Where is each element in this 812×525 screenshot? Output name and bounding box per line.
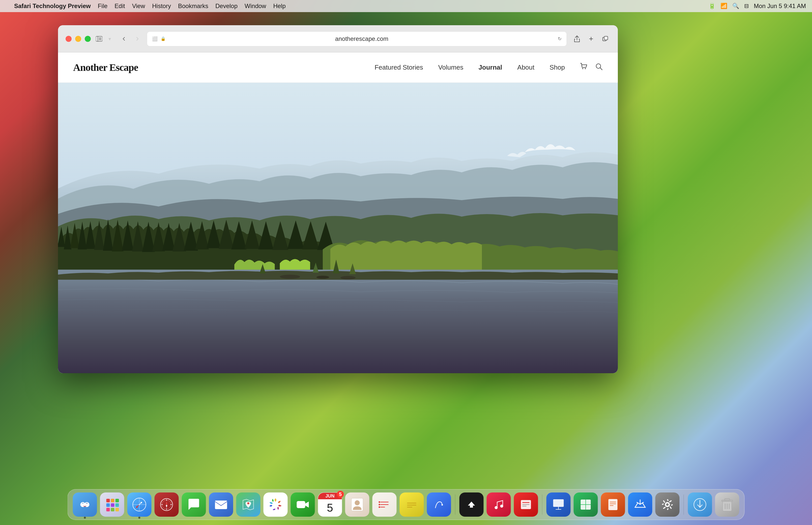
- menu-bar-help[interactable]: Help: [273, 2, 285, 10]
- spotlight-icon[interactable]: 🔍: [732, 3, 739, 9]
- menu-bar-app-name[interactable]: Safari Technology Preview: [14, 2, 91, 10]
- dock-freeform[interactable]: [427, 493, 451, 517]
- close-button[interactable]: [65, 36, 72, 42]
- svg-rect-6: [604, 36, 608, 40]
- svg-rect-26: [115, 508, 119, 511]
- dock-appstore[interactable]: [628, 493, 652, 517]
- svg-point-31: [136, 506, 138, 508]
- menu-bar-edit[interactable]: Edit: [115, 2, 125, 10]
- menu-bar-develop[interactable]: Develop: [215, 2, 238, 10]
- nav-about[interactable]: About: [517, 63, 535, 71]
- wifi-icon: 📶: [720, 3, 727, 9]
- dock-calendar[interactable]: JUN 5 5: [318, 493, 342, 517]
- dock-contacts[interactable]: [345, 493, 370, 517]
- svg-rect-41: [297, 501, 305, 508]
- dock-reminders[interactable]: [373, 493, 397, 517]
- dock-messages[interactable]: [182, 493, 206, 517]
- tabs-button[interactable]: [600, 34, 610, 44]
- dock-pages[interactable]: [601, 493, 625, 517]
- svg-rect-24: [106, 508, 110, 511]
- dock-separator-2: [542, 494, 542, 515]
- calendar-badge: 5: [337, 491, 344, 498]
- menu-bar-right: 🔋 📶 🔍 ⊟ Mon Jun 5 9:41 AM: [709, 2, 806, 10]
- battery-icon: 🔋: [709, 3, 716, 9]
- svg-point-7: [582, 68, 583, 69]
- dock-launchpad[interactable]: [100, 493, 124, 517]
- nav-featured-stories[interactable]: Featured Stories: [375, 63, 423, 71]
- svg-rect-25: [111, 508, 114, 511]
- svg-point-55: [495, 506, 498, 509]
- dock-safari[interactable]: [127, 493, 152, 517]
- new-tab-button[interactable]: +: [586, 34, 596, 44]
- dock-separator-1: [455, 494, 455, 515]
- dock-maps[interactable]: [236, 493, 260, 517]
- dock-finder[interactable]: [73, 493, 97, 517]
- svg-line-10: [600, 68, 602, 70]
- menu-bar-file[interactable]: File: [98, 2, 108, 10]
- svg-rect-18: [106, 499, 110, 502]
- dock-system-settings[interactable]: [656, 493, 680, 517]
- nav-shop[interactable]: Shop: [550, 63, 565, 71]
- svg-point-14: [316, 275, 329, 279]
- cart-icon[interactable]: [580, 63, 588, 72]
- address-bar[interactable]: ⬜ 🔒 anotherescape.com ↻: [147, 31, 567, 46]
- dock-trash[interactable]: [715, 493, 739, 517]
- reload-icon[interactable]: ↻: [558, 36, 561, 42]
- url-text[interactable]: anotherescape.com: [169, 35, 555, 42]
- dock-notes[interactable]: [400, 493, 424, 517]
- menu-bar-view[interactable]: View: [132, 2, 145, 10]
- dock-music[interactable]: [487, 493, 511, 517]
- svg-point-49: [379, 506, 380, 508]
- menu-bar-left: Safari Technology Preview File Edit View…: [6, 2, 286, 10]
- browser-window: ▾ ⬜ 🔒 anotherescape.com ↻: [58, 25, 618, 373]
- minimize-button[interactable]: [75, 36, 81, 42]
- landscape-svg: [58, 83, 618, 373]
- menu-bar-time: Mon Jun 5 9:41 AM: [754, 2, 806, 10]
- svg-point-43: [355, 500, 360, 505]
- dock-downloads[interactable]: [688, 493, 712, 517]
- svg-point-53: [441, 504, 443, 506]
- dock-appletv[interactable]: [460, 493, 484, 517]
- svg-rect-19: [111, 499, 114, 502]
- browser-actions: +: [572, 34, 610, 44]
- browser-controls: [120, 34, 142, 43]
- dock-separator-3: [683, 494, 684, 515]
- menu-bar-bookmarks[interactable]: Bookmarks: [178, 2, 208, 10]
- dock-finder-dot: [84, 517, 86, 519]
- dock-keynote[interactable]: [546, 493, 571, 517]
- nav-journal[interactable]: Journal: [478, 63, 502, 71]
- site-logo[interactable]: Another Escape: [73, 61, 138, 73]
- svg-point-8: [585, 68, 586, 69]
- menu-bar: Safari Technology Preview File Edit View…: [0, 0, 812, 12]
- back-button[interactable]: [120, 34, 129, 43]
- site-nav-actions: [580, 63, 603, 72]
- svg-point-48: [379, 504, 380, 505]
- lock-icon: 🔒: [161, 36, 166, 41]
- dock-instrument-cluster[interactable]: [154, 493, 179, 517]
- dock-mail[interactable]: [209, 493, 233, 517]
- svg-rect-21: [106, 503, 110, 507]
- control-center-icon[interactable]: ⊟: [744, 3, 749, 9]
- svg-rect-67: [608, 499, 618, 510]
- menu-bar-history[interactable]: History: [152, 2, 171, 10]
- forward-button[interactable]: [133, 34, 142, 43]
- sidebar-toggle-button[interactable]: [96, 36, 102, 42]
- share-button[interactable]: [572, 34, 582, 44]
- nav-volumes[interactable]: Volumes: [438, 63, 464, 71]
- svg-point-40: [273, 502, 278, 507]
- svg-rect-38: [215, 500, 227, 509]
- menu-bar-window[interactable]: Window: [245, 2, 266, 10]
- traffic-lights: [65, 36, 91, 42]
- dock-news[interactable]: [514, 493, 538, 517]
- fullscreen-button[interactable]: [85, 36, 91, 42]
- svg-rect-20: [115, 499, 119, 502]
- search-icon[interactable]: [595, 63, 603, 72]
- svg-rect-23: [115, 503, 119, 507]
- dock-photos[interactable]: [264, 493, 288, 517]
- svg-rect-22: [111, 503, 114, 507]
- dock-facetime[interactable]: [291, 493, 315, 517]
- svg-point-30: [141, 502, 142, 503]
- dock-numbers[interactable]: [574, 493, 598, 517]
- dock: JUN 5 5: [67, 489, 745, 520]
- svg-rect-54: [470, 506, 473, 508]
